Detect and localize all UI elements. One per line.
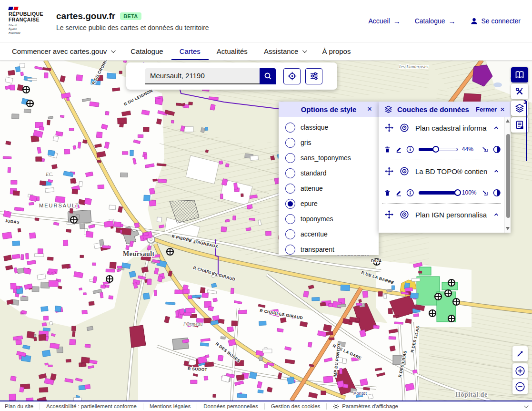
map-label: EC. bbox=[45, 172, 53, 177]
nav-commencer[interactable]: Commencer avec cartes.gouv bbox=[4, 42, 122, 60]
zoom-out-button[interactable] bbox=[512, 379, 528, 394]
geodetic-point-icon bbox=[27, 100, 33, 107]
map-label: MEURSAULT bbox=[39, 203, 80, 208]
chevron-up-icon[interactable] bbox=[493, 124, 500, 131]
footer-accessibilite[interactable]: Accessibilité : partiellement conforme bbox=[46, 403, 137, 409]
republic-title: RÉPUBLIQUE FRANÇAISE bbox=[9, 11, 46, 22]
contrast-icon[interactable] bbox=[493, 145, 501, 154]
link-accueil[interactable]: Accueil→ bbox=[369, 17, 401, 25]
style-option-gris[interactable]: gris bbox=[279, 135, 379, 150]
link-se-connecter[interactable]: Se connecter bbox=[470, 17, 521, 25]
geodetic-point-icon bbox=[435, 293, 442, 300]
scroll-down-arrow-icon[interactable] bbox=[506, 227, 510, 230]
main-nav: Commencer avec cartes.gouv Catalogue Car… bbox=[0, 42, 532, 60]
divider bbox=[40, 403, 40, 410]
document-icon bbox=[515, 120, 524, 130]
zoom-to-extent-icon[interactable] bbox=[482, 145, 489, 154]
quick-links: Accueil→ Catalogue→ Se connecter bbox=[369, 17, 521, 25]
layer-name[interactable]: Plan cadastral informat… bbox=[415, 124, 487, 132]
gov-logo: RÉPUBLIQUE FRANÇAISE Liberté Égalité Fra… bbox=[9, 7, 46, 35]
nav-assistance[interactable]: Assistance bbox=[256, 42, 314, 60]
layer-name[interactable]: Plan IGN personnalisab… bbox=[415, 211, 487, 219]
search-icon bbox=[264, 72, 272, 80]
edit-icon[interactable] bbox=[395, 189, 402, 197]
opacity-slider[interactable] bbox=[419, 189, 458, 196]
chevron-down-icon bbox=[302, 48, 307, 53]
close-panel-button[interactable]: Fermer × bbox=[476, 105, 505, 113]
style-option-attenue[interactable]: attenue bbox=[279, 181, 379, 196]
site-title[interactable]: cartes.gouv.fr bbox=[56, 11, 115, 21]
footer-plan-du-site[interactable]: Plan du site bbox=[5, 403, 33, 409]
divider bbox=[264, 403, 265, 410]
info-icon[interactable] bbox=[406, 145, 414, 154]
style-option-accentue[interactable]: accentue bbox=[279, 226, 379, 242]
nav-actualites[interactable]: Actualités bbox=[209, 42, 256, 60]
panel-scrollbar[interactable] bbox=[504, 117, 511, 233]
layer-name[interactable]: La BD TOPO® contient … bbox=[415, 167, 487, 175]
zoom-to-extent-icon[interactable] bbox=[482, 189, 489, 197]
move-icon[interactable] bbox=[385, 210, 393, 219]
delete-icon[interactable] bbox=[384, 145, 391, 154]
radio-icon bbox=[285, 123, 295, 133]
search-button[interactable] bbox=[260, 68, 276, 84]
opacity-slider[interactable] bbox=[419, 146, 458, 153]
radio-icon bbox=[285, 214, 295, 224]
locate-button[interactable] bbox=[283, 68, 301, 84]
delete-icon[interactable] bbox=[384, 189, 391, 197]
radio-icon bbox=[285, 184, 295, 194]
nav-catalogue[interactable]: Catalogue bbox=[122, 42, 171, 60]
radio-icon bbox=[285, 168, 295, 178]
info-icon[interactable] bbox=[406, 188, 414, 197]
account-icon bbox=[470, 17, 478, 25]
footer-mentions-legales[interactable]: Mentions légales bbox=[150, 403, 191, 409]
layer-tools-bdtopo: 100% bbox=[379, 182, 504, 203]
nav-cartes[interactable]: Cartes bbox=[171, 42, 209, 60]
map-label: l'Ormeau bbox=[183, 321, 203, 327]
footer-gestion-cookies[interactable]: Gestion des cookies bbox=[271, 403, 321, 409]
tools-icon bbox=[515, 87, 524, 96]
nav-a-propos[interactable]: À propos bbox=[314, 42, 359, 60]
radio-icon bbox=[285, 153, 295, 163]
scroll-up-arrow-icon[interactable] bbox=[506, 119, 510, 123]
footer-donnees-personnelles[interactable]: Données personnelles bbox=[203, 403, 258, 409]
style-option-epure[interactable]: epure bbox=[279, 196, 379, 211]
style-option-standard[interactable]: standard bbox=[279, 165, 379, 181]
visibility-icon[interactable] bbox=[400, 210, 409, 219]
visibility-icon[interactable] bbox=[400, 123, 409, 133]
zoom-in-button[interactable] bbox=[512, 363, 528, 379]
divider bbox=[197, 403, 197, 410]
style-option-sans-toponymes[interactable]: sans_toponymes bbox=[279, 150, 379, 165]
arrow-right-icon: → bbox=[449, 17, 456, 25]
footer-parametres-affichage[interactable]: Paramètres d'affichage bbox=[333, 403, 398, 410]
tools-button[interactable] bbox=[511, 84, 528, 99]
move-icon[interactable] bbox=[385, 123, 393, 132]
fullscreen-button[interactable] bbox=[512, 346, 528, 361]
close-icon[interactable]: × bbox=[367, 105, 372, 113]
radio-icon bbox=[285, 199, 295, 209]
book-icon bbox=[515, 70, 524, 80]
search-input[interactable] bbox=[145, 68, 260, 84]
link-catalogue[interactable]: Catalogue→ bbox=[415, 17, 456, 25]
active-tool-indicator bbox=[526, 101, 527, 161]
style-option-transparent[interactable]: transparent bbox=[279, 242, 379, 257]
republic-motto: Liberté Égalité Fraternité bbox=[9, 24, 46, 35]
layers-icon bbox=[384, 105, 392, 113]
scrollbar-thumb[interactable] bbox=[506, 134, 510, 218]
move-icon[interactable] bbox=[385, 167, 393, 175]
edit-icon[interactable] bbox=[395, 145, 402, 154]
french-flag-icon bbox=[9, 7, 46, 10]
radio-icon bbox=[285, 245, 295, 255]
search-widget bbox=[126, 62, 337, 90]
atlas-button[interactable] bbox=[511, 67, 528, 82]
style-option-classique[interactable]: classique bbox=[279, 120, 379, 135]
contrast-icon[interactable] bbox=[493, 188, 501, 197]
visibility-icon[interactable] bbox=[400, 166, 409, 176]
search-filters-button[interactable] bbox=[305, 68, 322, 84]
style-option-toponymes[interactable]: toponymes bbox=[279, 211, 379, 226]
sliders-icon bbox=[310, 72, 319, 81]
arrow-right-icon: → bbox=[393, 17, 401, 25]
chevron-up-icon[interactable] bbox=[493, 168, 500, 175]
layer-count-badge: 3 bbox=[523, 99, 526, 105]
chevron-up-icon[interactable] bbox=[493, 211, 500, 218]
footer-collapse-chevron-icon[interactable] bbox=[524, 403, 529, 408]
